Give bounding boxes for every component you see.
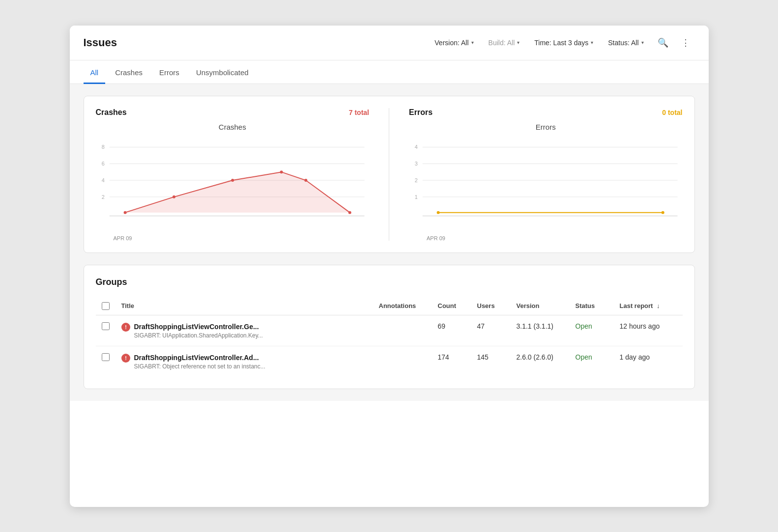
crash-icon: ! [121,323,130,332]
chevron-down-icon: ▾ [591,40,593,45]
crashes-section: Crashes 7 total Crashes 8 6 [96,108,370,241]
time-filter[interactable]: Time: Last 3 days ▾ [528,36,599,50]
charts-row: Crashes 7 total Crashes 8 6 [96,108,683,241]
svg-point-11 [173,195,175,198]
row2-title-wrapper: ! DraftShoppingListViewController.Ad... … [121,353,367,370]
row2-issue-name: DraftShoppingListViewController.Ad... [134,353,265,362]
svg-text:8: 8 [101,144,104,150]
row2-issue-subtitle: SIGABRT: Object reference not set to an … [134,363,265,370]
table-header-row: Title Annotations Count Users Version St… [96,297,683,315]
col-count-header: Count [432,297,471,315]
table-row: ! DraftShoppingListViewController.Ge... … [96,315,683,346]
svg-point-15 [348,211,351,214]
chevron-down-icon: ▾ [641,40,644,45]
row1-status: Open [570,315,614,346]
errors-section: Errors 0 total Errors 4 3 2 [409,108,683,241]
svg-text:!: ! [125,324,127,330]
row1-checkbox-cell [96,315,115,346]
svg-point-27 [662,211,664,214]
errors-chart-title: Errors [409,123,683,131]
row2-checkbox-cell [96,346,115,377]
header: Issues Version: All ▾ Build: All ▾ Time:… [70,26,709,60]
errors-chart-inner: 4 3 2 1 [409,135,683,233]
tab-unsymbolicated[interactable]: Unsymbolicated [189,60,256,84]
crashes-chart-container: Crashes 8 6 4 2 [96,123,370,241]
errors-header: Errors 0 total [409,108,683,117]
svg-text:!: ! [125,355,127,361]
crashes-chart-svg: 8 6 4 2 [96,135,370,233]
content-area: Crashes 7 total Crashes 8 6 [70,84,709,401]
svg-text:3: 3 [415,161,418,167]
version-filter[interactable]: Version: All ▾ [429,36,479,50]
main-window: Issues Version: All ▾ Build: All ▾ Time:… [70,26,709,507]
row1-lastreport: 12 hours ago [614,315,683,346]
groups-table: Title Annotations Count Users Version St… [96,297,683,377]
svg-text:2: 2 [101,194,104,199]
tab-crashes[interactable]: Crashes [108,60,149,84]
search-button[interactable]: 🔍 [653,34,673,51]
row1-checkbox[interactable] [102,322,110,330]
row1-issue-name: DraftShoppingListViewController.Ge... [134,322,263,331]
errors-chart-container: Errors 4 3 2 1 [409,123,683,241]
svg-text:4: 4 [101,177,104,183]
svg-point-14 [304,179,307,182]
svg-point-10 [123,211,126,214]
crashes-title: Crashes [96,108,127,117]
row2-status-badge: Open [576,353,592,361]
errors-total: 0 total [662,109,682,116]
crashes-header: Crashes 7 total [96,108,370,117]
select-all-checkbox[interactable] [102,302,110,310]
table-row: ! DraftShoppingListViewController.Ad... … [96,346,683,377]
sort-arrow-icon: ↓ [657,302,660,309]
row2-annotations [373,346,432,377]
svg-text:4: 4 [415,144,418,150]
chevron-down-icon: ▾ [517,40,519,45]
crash-icon: ! [121,354,130,363]
row2-status: Open [570,346,614,377]
crashes-chart-title: Crashes [96,123,370,131]
row1-annotations [373,315,432,346]
svg-text:2: 2 [415,177,418,183]
svg-point-12 [231,179,234,182]
page-title: Issues [84,36,429,49]
svg-point-13 [280,170,283,173]
row1-count: 69 [432,315,471,346]
row2-title-cell: ! DraftShoppingListViewController.Ad... … [115,346,373,377]
row2-count: 174 [432,346,471,377]
table-body: ! DraftShoppingListViewController.Ge... … [96,315,683,377]
col-lastreport-header[interactable]: Last report ↓ [614,297,683,315]
row2-lastreport: 1 day ago [614,346,683,377]
header-controls: Version: All ▾ Build: All ▾ Time: Last 3… [429,34,694,51]
svg-marker-9 [125,172,349,212]
tabs-bar: All Crashes Errors Unsymbolicated [70,60,709,84]
col-version-header: Version [511,297,570,315]
errors-title: Errors [409,108,432,117]
col-status-header: Status [570,297,614,315]
svg-text:1: 1 [415,194,418,199]
row1-title-cell: ! DraftShoppingListViewController.Ge... … [115,315,373,346]
row2-version: 2.6.0 (2.6.0) [511,346,570,377]
row2-checkbox[interactable] [102,353,110,361]
col-users-header: Users [471,297,511,315]
charts-card: Crashes 7 total Crashes 8 6 [84,96,695,253]
row2-users: 145 [471,346,511,377]
row1-title-wrapper: ! DraftShoppingListViewController.Ge... … [121,322,367,339]
chevron-down-icon: ▾ [471,40,474,45]
more-options-button[interactable]: ⋮ [676,34,695,51]
row1-version: 3.1.1 (3.1.1) [511,315,570,346]
chart-divider [389,108,389,241]
row1-issue-subtitle: SIGABRT: UIApplication.SharedApplication… [134,332,263,339]
col-checkbox-header [96,297,115,315]
errors-chart-svg: 4 3 2 1 [409,135,683,233]
col-annotations-header: Annotations [373,297,432,315]
tab-all[interactable]: All [84,60,106,84]
svg-text:6: 6 [101,161,104,167]
groups-title: Groups [96,277,683,287]
select-all-wrapper [102,302,110,310]
status-filter[interactable]: Status: All ▾ [602,36,649,50]
crashes-total: 7 total [349,109,369,116]
tab-errors[interactable]: Errors [152,60,186,84]
row1-users: 47 [471,315,511,346]
build-filter[interactable]: Build: All ▾ [483,36,526,50]
col-title-header: Title [115,297,373,315]
